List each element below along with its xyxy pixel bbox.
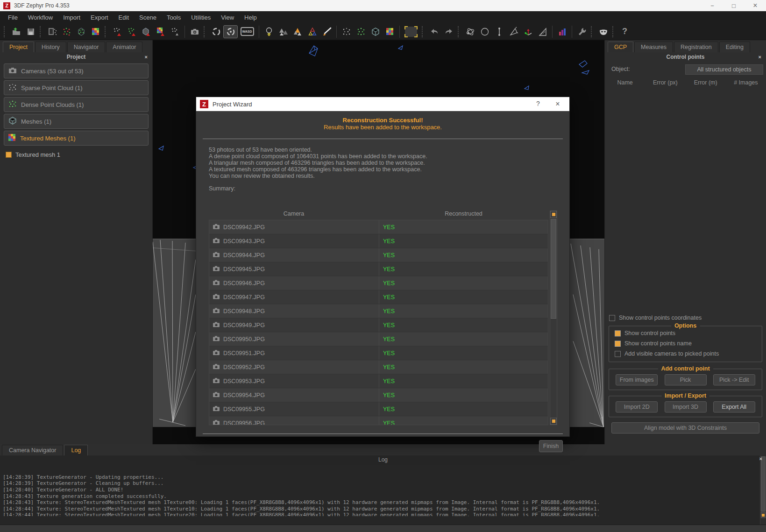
tab-history[interactable]: History xyxy=(35,42,66,52)
table-row[interactable]: DSC09943.JPG YES xyxy=(209,234,548,248)
sparse-cloud-generate-icon[interactable] xyxy=(59,25,74,38)
tab-animator[interactable]: Animator xyxy=(106,42,142,52)
table-row[interactable]: DSC09948.JPG YES xyxy=(209,304,548,318)
close-icon[interactable]: × xyxy=(145,52,148,62)
close-icon[interactable]: × xyxy=(759,52,761,62)
tab-measures[interactable]: Measures xyxy=(634,42,673,52)
paint-icon[interactable] xyxy=(319,25,334,38)
show-mesh-icon[interactable] xyxy=(368,25,383,38)
scroll-up-button[interactable] xyxy=(550,211,557,218)
table-row[interactable]: DSC09949.JPG YES xyxy=(209,318,548,332)
show-dense-icon[interactable] xyxy=(354,25,368,38)
menu-item[interactable]: Help xyxy=(239,14,262,21)
sparse-upload-icon[interactable] xyxy=(110,25,124,38)
dialog-help-button[interactable]: ? xyxy=(528,100,548,108)
table-row[interactable]: DSC09945.JPG YES xyxy=(209,262,548,276)
save-icon[interactable] xyxy=(23,25,38,38)
dense-cloud-generate-icon[interactable] xyxy=(74,25,88,38)
menu-item[interactable]: Export xyxy=(85,14,113,21)
checkbox-icon[interactable] xyxy=(609,315,615,321)
circle-select-icon[interactable] xyxy=(477,25,492,38)
project-item-textured[interactable]: Textured Meshes (1) xyxy=(4,131,149,146)
table-row[interactable]: DSC09944.JPG YES xyxy=(209,248,548,262)
render-textured-icon[interactable] xyxy=(291,25,305,38)
menu-item[interactable]: View xyxy=(216,14,239,21)
table-row[interactable]: DSC09947.JPG YES xyxy=(209,290,548,304)
dense-upload-icon[interactable] xyxy=(124,25,139,38)
lightbulb-icon[interactable] xyxy=(262,25,276,38)
wasd-navigation-icon[interactable]: WASD xyxy=(238,25,256,38)
tab-log[interactable]: Log xyxy=(64,445,88,455)
finish-button[interactable]: Finish xyxy=(539,440,563,452)
checkbox-add-visible-cameras[interactable]: Add visible cameras to picked points xyxy=(615,350,762,357)
wrench-icon[interactable] xyxy=(574,25,589,38)
mesh-upload-icon[interactable] xyxy=(139,25,153,38)
tab-navigator[interactable]: Navigator xyxy=(67,42,106,52)
checkbox-show-coordinates[interactable]: Show control points coordinates xyxy=(609,315,702,321)
dialog-close-button[interactable]: × xyxy=(548,100,567,108)
menu-item[interactable]: Scene xyxy=(134,14,162,21)
table-row[interactable]: DSC09952.JPG YES xyxy=(209,360,548,374)
measure-angle-icon[interactable] xyxy=(506,25,521,38)
table-row[interactable]: DSC09946.JPG YES xyxy=(209,276,548,290)
axes-icon[interactable] xyxy=(521,25,535,38)
minimize-button[interactable]: − xyxy=(702,0,723,11)
pick-button[interactable]: Pick xyxy=(665,374,707,385)
menu-item[interactable]: Workflow xyxy=(23,14,58,21)
align-model-button[interactable]: Align model with 3D Constraints xyxy=(611,422,759,434)
camera-icon[interactable] xyxy=(187,25,202,38)
table-row[interactable]: DSC09956.JPG YES xyxy=(209,416,548,425)
tab-project[interactable]: Project xyxy=(3,42,34,52)
menu-item[interactable]: Utilities xyxy=(186,14,216,21)
show-sparse-icon[interactable] xyxy=(339,25,354,38)
close-icon[interactable]: × xyxy=(759,456,762,462)
close-button[interactable]: × xyxy=(745,0,766,11)
render-wireframe-icon[interactable] xyxy=(305,25,319,38)
mask-icon[interactable] xyxy=(596,25,610,38)
checkbox-show-control-points-name[interactable]: Show control points name xyxy=(615,340,762,347)
project-item-dense[interactable]: Dense Point Clouds (1) xyxy=(4,97,149,112)
show-textured-icon[interactable] xyxy=(383,25,397,38)
scrollbar-thumb[interactable] xyxy=(761,456,766,511)
from-images-button[interactable]: From images xyxy=(616,374,658,385)
table-row[interactable]: DSC09954.JPG YES xyxy=(209,388,548,402)
undo-icon[interactable] xyxy=(427,25,441,38)
maximize-button[interactable]: □ xyxy=(723,0,745,11)
log-scrollbar[interactable] xyxy=(760,455,766,525)
import-2d-button[interactable]: Import 2D xyxy=(616,401,658,413)
points-transfer-icon[interactable] xyxy=(168,25,182,38)
table-row[interactable]: DSC09951.JPG YES xyxy=(209,346,548,360)
menu-item[interactable]: File xyxy=(3,14,23,21)
rotate-view-icon[interactable] xyxy=(209,25,223,38)
render-shaded-icon[interactable] xyxy=(276,25,291,38)
textured-upload-icon[interactable] xyxy=(153,25,168,38)
new-project-icon[interactable] xyxy=(9,25,23,38)
tab-gcp[interactable]: GCP xyxy=(608,42,633,52)
menu-item[interactable]: Tools xyxy=(162,14,186,21)
images-selection-icon[interactable] xyxy=(45,25,59,38)
table-row[interactable]: DSC09942.JPG YES xyxy=(209,220,548,234)
scroll-down-button[interactable] xyxy=(761,512,766,518)
checkbox-icon[interactable] xyxy=(615,351,621,357)
project-item-sparse[interactable]: Sparse Point Cloud (1) xyxy=(4,80,149,95)
table-row[interactable]: DSC09955.JPG YES xyxy=(209,402,548,416)
redo-icon[interactable] xyxy=(441,25,456,38)
orbit-gizmo-icon[interactable] xyxy=(463,25,477,38)
table-scrollbar[interactable] xyxy=(550,210,557,425)
pick-edit-button[interactable]: Pick -> Edit xyxy=(713,374,755,385)
project-item-meshes[interactable]: Meshes (1) xyxy=(4,114,149,129)
checkbox-show-control-points[interactable]: Show control points xyxy=(615,330,762,336)
table-row[interactable]: DSC09953.JPG YES xyxy=(209,374,548,388)
checkbox-icon[interactable] xyxy=(615,341,621,347)
object-select[interactable]: All structured objects xyxy=(685,64,763,75)
import-3d-button[interactable]: Import 3D xyxy=(665,401,707,413)
menu-item[interactable]: Edit xyxy=(113,14,134,21)
scroll-down-button[interactable] xyxy=(550,418,557,425)
menu-item[interactable]: Import xyxy=(58,14,85,21)
ruler-icon[interactable] xyxy=(535,25,550,38)
checkbox-icon[interactable] xyxy=(615,330,621,336)
rotate-around-icon[interactable] xyxy=(223,25,238,38)
selection-rect-icon[interactable] xyxy=(402,25,420,38)
measure-distance-icon[interactable] xyxy=(492,25,506,38)
tab-editing[interactable]: Editing xyxy=(719,42,750,52)
